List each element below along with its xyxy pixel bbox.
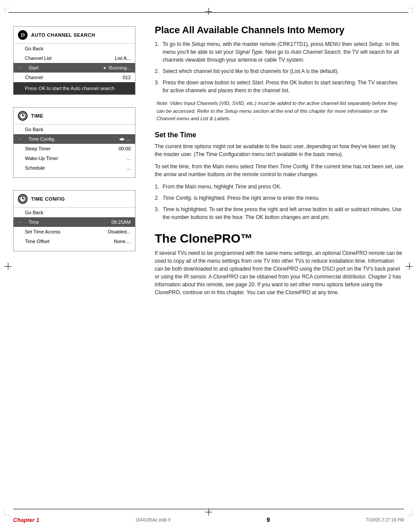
s2-list-num-1: 1. (155, 183, 159, 191)
right-arrow-start: ► (103, 66, 107, 70)
page-top-rule (9, 12, 408, 13)
section1-title: Place All Available Channels Into Memory (155, 24, 404, 36)
menu-label-press-ok: Press OK to start the Auto channel searc… (25, 86, 131, 91)
section1-item-1: 1. To go to the Setup menu, with the mas… (155, 40, 404, 64)
menu-time-label-config: Time Config. (25, 136, 119, 142)
menu-time-title: TIME (31, 113, 43, 118)
menu-time-row-schedule[interactable]: Schedule ... (14, 163, 135, 177)
list-text-1: To go to the Setup menu, with the master… (163, 40, 404, 64)
section2-para-1: The current time options might not be av… (155, 143, 404, 158)
arrow-indicator-tc-time: ← (18, 220, 22, 224)
crosshair-left (4, 263, 11, 270)
footer-page-number: 9 (267, 516, 270, 523)
page-footer: Chapter 1 1644105Ae.indb 9 9 7/18/05 2:2… (13, 516, 404, 523)
menu-tc-value-time-offset: None.... (114, 239, 131, 244)
menu-time-config-title: TIME CONFIG (31, 196, 65, 202)
s2-list-text-1: From the Main menu, highlight Time and p… (163, 183, 281, 191)
menu-tc-row-time-offset[interactable]: Time Offset None.... (14, 236, 135, 251)
list-num-1: 1. (155, 40, 159, 64)
list-num-2: 2. (155, 67, 159, 75)
menu-time-label-wakeup: Wake-Up Timer (25, 156, 127, 161)
menu-row-channel[interactable]: Channel 012 (14, 73, 135, 82)
section2-list: 1. From the Main menu, highlight Time an… (155, 183, 404, 221)
list-text-3: Press the down arrow button to select St… (163, 79, 404, 94)
menu-row-channel-list[interactable]: Channel List List A... (14, 53, 135, 63)
section2-title: Set the Time (155, 131, 404, 139)
menu-time-row-sleep[interactable]: Sleep Timer 00:00 (14, 144, 135, 153)
section2-item-3: 3. Time is highlighted. To set the time … (155, 205, 404, 221)
menu-tc-value-set-time-access: Disabled... (108, 229, 131, 234)
menu-time-label-schedule: Schedule (25, 165, 127, 170)
menu-row-go-back-1[interactable]: Go Back (14, 44, 135, 53)
menu-auto-channel-search: D AUTO CHANNEL SEARCH Go Back Channel Li… (13, 26, 136, 95)
menu-time-config-header: TIME CONFIG (14, 191, 135, 208)
menu-clock-icon-2 (18, 194, 28, 204)
section1-item-3: 3. Press the down arrow button to select… (155, 79, 404, 94)
menu-tc-row-go-back[interactable]: Go Back (14, 208, 135, 217)
section1-item-2: 2. Select which channel list you'd like … (155, 67, 404, 75)
menu-label-channel-list: Channel List (25, 56, 115, 61)
menu-tc-label-time: Time (25, 219, 111, 225)
menu-label-start: Start (25, 65, 103, 70)
menu-tc-label-set-time-access: Set Time Access (25, 229, 108, 234)
list-num-3: 3. (155, 79, 159, 94)
section1-list: 1. To go to the Setup menu, with the mas… (155, 40, 404, 94)
menu-row-press-ok: Press OK to start the Auto channel searc… (14, 82, 135, 94)
arrow-indicator-time-config: ← (18, 137, 22, 141)
menu-auto-channel-header: D AUTO CHANNEL SEARCH (14, 27, 135, 44)
menu-tc-label-time-offset: Time Offset (25, 239, 114, 244)
menu-time: TIME Go Back ← Time Config. ◀▶ ... Sleep… (13, 107, 136, 178)
section3-title: The ClonePRO™ (155, 232, 404, 246)
menu-time-header: TIME (14, 108, 135, 125)
s2-list-num-2: 2. (155, 194, 159, 202)
menu-clock-icon-1 (18, 111, 28, 121)
main-content: D AUTO CHANNEL SEARCH Go Back Channel Li… (13, 22, 404, 506)
footer-meta-left: 1644105Ae.indb 9 (135, 518, 170, 522)
menu-time-value-wakeup: ... (127, 156, 131, 161)
footer-meta-right: 7/18/05 2:27:18 PM (366, 518, 404, 522)
menu-tc-label-go-back: Go Back (25, 210, 131, 215)
s2-list-text-2: Time Config. is highlighted. Press the r… (163, 194, 320, 202)
nav-arrows-time-config: ◀▶ (119, 137, 125, 141)
corner-mark-bl (4, 510, 10, 515)
s2-list-num-3: 3. (155, 205, 159, 221)
s2-list-text-3: Time is highlighted. To set the time pre… (163, 205, 404, 221)
menu-time-label-sleep: Sleep Timer (25, 146, 118, 151)
menu-value-channel-list: List A... (115, 56, 131, 61)
menu-auto-channel-title: AUTO CHANNEL SEARCH (31, 32, 95, 38)
crosshair-right (406, 263, 413, 270)
menu-time-row-go-back[interactable]: Go Back (14, 125, 135, 134)
menu-row-start[interactable]: ← Start ► Running... (14, 63, 135, 73)
right-column: Place All Available Channels Into Memory… (144, 22, 404, 506)
menu-time-label-go-back: Go Back (25, 127, 131, 132)
left-column: D AUTO CHANNEL SEARCH Go Back Channel Li… (13, 22, 144, 506)
menu-tc-value-time: 08:25AM (111, 219, 131, 225)
menu-time-row-config[interactable]: ← Time Config. ◀▶ ... (14, 134, 135, 144)
note-block: Note: Video Input Channels (VID, SVID, e… (155, 100, 404, 122)
menu-label-channel: Channel (25, 75, 123, 80)
crosshair-top (205, 8, 212, 15)
menu-tc-row-time[interactable]: ← Time 08:25AM (14, 217, 135, 227)
menu-time-value-sleep: 00:00 (118, 146, 131, 151)
menu-time-value-schedule: ... (127, 165, 131, 170)
menu-tc-row-set-time-access[interactable]: Set Time Access Disabled... (14, 227, 135, 236)
footer-chapter-label: Chapter 1 (13, 517, 39, 523)
arrow-indicator-start: ← (18, 66, 22, 70)
list-text-2: Select which channel list you'd like to … (163, 67, 339, 75)
page-bottom-rule (13, 509, 404, 509)
section2-para-2: To set the time, from the Main menu sele… (155, 163, 404, 178)
menu-value-channel: 012 (123, 75, 131, 80)
menu-time-value-config: ... (127, 136, 131, 142)
corner-mark-br (407, 510, 413, 515)
menu-value-start: Running... (109, 65, 131, 70)
menu-label-go-back-1: Go Back (25, 46, 131, 51)
menu-d-icon: D (18, 30, 28, 40)
section2-item-2: 2. Time Config. is highlighted. Press th… (155, 194, 404, 202)
menu-time-config: TIME CONFIG Go Back ← Time 08:25AM Set T… (13, 190, 136, 251)
section3-para: If several TVs need to be programmed wit… (155, 249, 404, 296)
crosshair-bottom (205, 508, 212, 515)
section2-item-1: 1. From the Main menu, highlight Time an… (155, 183, 404, 191)
menu-time-row-wakeup[interactable]: Wake-Up Timer ... (14, 153, 135, 163)
